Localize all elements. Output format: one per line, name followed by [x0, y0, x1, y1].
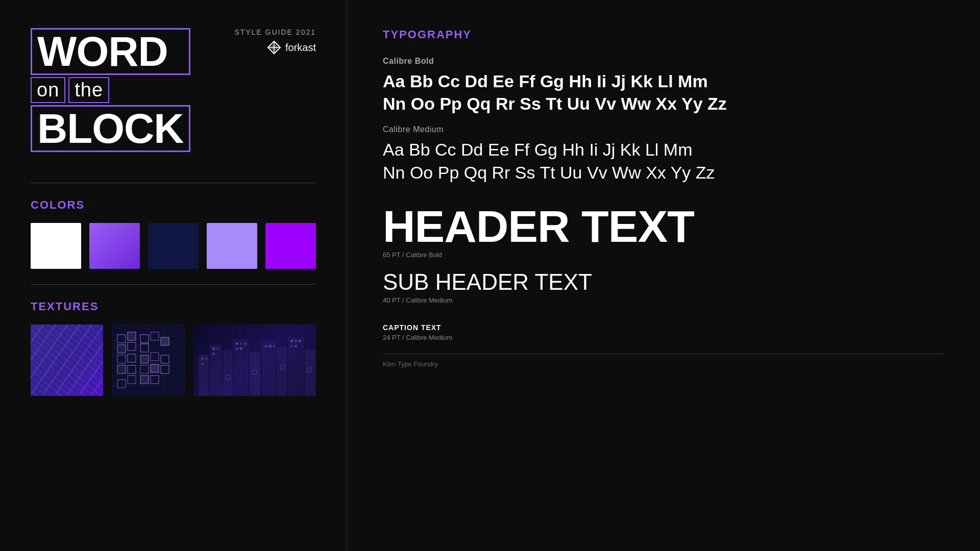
top-divider	[31, 183, 316, 183]
svg-rect-29	[210, 345, 222, 396]
typography-label: TYPOGRAPHY	[383, 28, 944, 41]
svg-rect-58	[281, 365, 285, 369]
svg-rect-53	[265, 345, 267, 347]
svg-rect-19	[117, 365, 126, 373]
svg-rect-12	[151, 332, 159, 340]
svg-rect-15	[128, 354, 136, 362]
font2-name: Calibre Medium	[383, 125, 944, 134]
svg-rect-26	[151, 375, 159, 384]
svg-rect-22	[151, 364, 159, 372]
foundry-label: Klim Type Foundry	[383, 354, 944, 368]
city-texture-icon	[194, 324, 316, 396]
svg-rect-50	[299, 340, 301, 342]
svg-rect-14	[117, 355, 126, 363]
font-bold-section: Calibre Bold Aa Bb Cc Dd Ee Ff Gg Hh Ii …	[383, 57, 944, 115]
svg-rect-51	[290, 345, 293, 347]
caption-pt-label: 24 PT / Calibre Medium	[383, 334, 944, 341]
svg-rect-21	[140, 365, 149, 373]
forkast-icon	[267, 40, 281, 55]
swatch-navy	[148, 223, 199, 269]
logo-on-the: on the	[31, 77, 190, 103]
svg-rect-27	[117, 380, 126, 388]
svg-rect-45	[244, 342, 247, 345]
font1-line2: Nn Oo Pp Qq Rr Ss Tt Uu Vv Ww Xx Yy Zz	[383, 94, 727, 113]
svg-rect-6	[117, 335, 126, 343]
logo-block-row: BLOCK	[31, 105, 190, 152]
svg-rect-54	[269, 345, 272, 347]
svg-rect-33	[263, 342, 275, 396]
logo-block-text: BLOCK	[37, 108, 184, 149]
svg-rect-44	[240, 342, 242, 345]
svg-rect-28	[199, 355, 208, 396]
font-medium-section: Calibre Medium Aa Bb Cc Dd Ee Ff Gg Hh I…	[383, 125, 944, 183]
caption-title: CAPTION TEXT	[383, 323, 944, 332]
svg-rect-25	[140, 375, 149, 384]
texture-1	[31, 324, 103, 396]
textures-row	[31, 324, 316, 396]
svg-rect-9	[128, 342, 136, 350]
svg-rect-47	[240, 347, 242, 350]
textures-section: TEXTURES	[31, 300, 316, 396]
svg-rect-13	[161, 337, 169, 345]
logo-word: WORD	[31, 28, 190, 75]
svg-rect-31	[234, 340, 248, 396]
svg-rect-55	[273, 345, 276, 347]
squares-pattern-icon	[112, 324, 185, 396]
svg-rect-16	[140, 355, 149, 363]
logo-on: on	[31, 77, 65, 103]
svg-rect-17	[151, 353, 159, 361]
svg-rect-59	[307, 368, 311, 372]
svg-rect-11	[140, 344, 149, 352]
middle-divider	[31, 284, 316, 285]
logo-area: WORD on the BLOCK STYLE GUIDE 2021 forka…	[31, 28, 316, 152]
svg-rect-39	[201, 363, 204, 365]
svg-rect-10	[117, 345, 126, 353]
svg-rect-38	[205, 358, 208, 360]
svg-rect-8	[140, 335, 149, 343]
right-panel: TYPOGRAPHY Calibre Bold Aa Bb Cc Dd Ee F…	[347, 0, 980, 551]
font2-line2: Nn Oo Pp Qq Rr Ss Tt Uu Vv Ww Xx Yy Zz	[383, 163, 715, 182]
svg-rect-23	[161, 365, 169, 373]
style-guide-area: STYLE GUIDE 2021 forkast	[234, 28, 316, 55]
colors-row	[31, 223, 316, 269]
swatch-purple-gradient	[89, 223, 140, 269]
logo-block: WORD on the BLOCK	[31, 28, 190, 152]
colors-label: COLORS	[31, 198, 316, 212]
svg-rect-43	[236, 342, 238, 345]
header-text-display: HEADER TEXT	[383, 204, 944, 249]
svg-rect-46	[236, 347, 238, 350]
svg-rect-18	[161, 355, 169, 363]
swatch-white	[31, 223, 81, 269]
svg-rect-37	[201, 358, 204, 360]
font2-line1: Aa Bb Cc Dd Ee Ff Gg Hh Ii Jj Kk Ll Mm	[383, 140, 693, 159]
left-panel: WORD on the BLOCK STYLE GUIDE 2021 forka…	[0, 0, 347, 551]
svg-rect-48	[290, 340, 293, 342]
svg-rect-36	[305, 350, 315, 396]
texture-2	[112, 324, 185, 396]
sub-header-pt-label: 40 PT / Calibre Medium	[383, 296, 944, 304]
sub-header-display: SUB HEADER TEXT	[383, 270, 944, 294]
forkast-label: forkast	[285, 42, 316, 54]
swatch-lavender	[207, 223, 257, 269]
style-guide-label: STYLE GUIDE 2021	[234, 28, 316, 36]
svg-rect-49	[295, 340, 297, 342]
svg-rect-32	[250, 353, 260, 396]
svg-rect-24	[128, 375, 136, 384]
svg-rect-42	[212, 353, 215, 355]
svg-rect-20	[128, 365, 136, 373]
texture-3	[194, 324, 316, 396]
diagonal-lines-icon	[31, 324, 103, 394]
forkast-logo: forkast	[234, 40, 316, 55]
font1-line1: Aa Bb Cc Dd Ee Ff Gg Hh Ii Jj Kk Ll Mm	[383, 71, 708, 91]
textures-label: TEXTURES	[31, 300, 316, 313]
svg-rect-30	[224, 350, 232, 396]
svg-rect-40	[212, 347, 215, 350]
svg-rect-5	[31, 324, 103, 394]
font2-alphabet: Aa Bb Cc Dd Ee Ff Gg Hh Ii Jj Kk Ll Mm N…	[383, 138, 944, 183]
svg-rect-41	[216, 347, 219, 350]
svg-rect-34	[277, 347, 286, 396]
font1-name: Calibre Bold	[383, 57, 944, 66]
swatch-bright-purple	[265, 223, 316, 269]
svg-rect-52	[295, 345, 297, 347]
svg-rect-7	[128, 332, 136, 340]
